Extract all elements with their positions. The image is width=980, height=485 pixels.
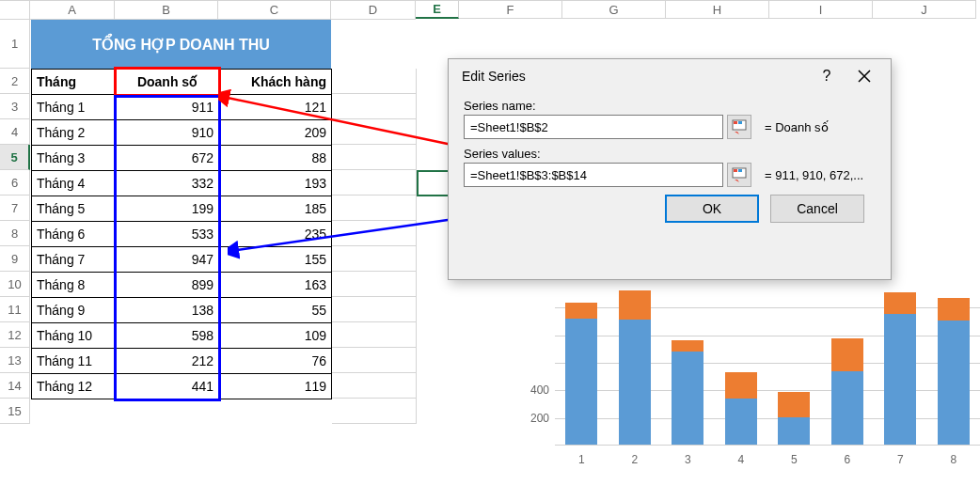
cell-doanhso[interactable]: 947 <box>116 246 219 273</box>
cell-thang[interactable]: Tháng 8 <box>31 272 116 298</box>
series-name-input[interactable] <box>464 115 723 139</box>
cell-khach[interactable]: 88 <box>219 145 332 171</box>
col-header-G[interactable]: G <box>562 0 666 19</box>
cell-khach[interactable]: 235 <box>219 221 332 247</box>
empty-cell[interactable] <box>332 145 417 170</box>
header-thang[interactable]: Tháng <box>31 69 116 95</box>
col-header-E[interactable]: E <box>416 0 459 19</box>
empty-cell[interactable] <box>332 119 417 145</box>
cell-thang[interactable]: Tháng 5 <box>31 196 116 222</box>
select-all-corner[interactable] <box>0 1 30 20</box>
ok-button[interactable]: OK <box>665 195 759 223</box>
cell-doanhso[interactable]: 212 <box>116 348 219 374</box>
empty-cell[interactable] <box>332 348 417 373</box>
col-header-F[interactable]: F <box>459 0 562 19</box>
cell-doanhso[interactable]: 672 <box>116 145 219 171</box>
cancel-button[interactable]: Cancel <box>770 195 864 223</box>
dialog-help-button[interactable]: ? <box>808 62 846 90</box>
row-header-12[interactable]: 12 <box>0 322 30 348</box>
row-header-11[interactable]: 11 <box>0 297 30 322</box>
cell-thang[interactable]: Tháng 3 <box>31 145 116 171</box>
svg-rect-4 <box>738 121 742 124</box>
chart-x-tick: 4 <box>722 453 760 466</box>
dialog-titlebar[interactable]: Edit Series ? <box>449 59 891 93</box>
cell-khach[interactable]: 76 <box>219 348 332 374</box>
cell-thang[interactable]: Tháng 6 <box>31 221 116 247</box>
collapse-dialog-icon[interactable] <box>727 115 751 139</box>
edit-series-dialog: Edit Series ? Series name: = Doanh số Se… <box>448 58 892 280</box>
cell-doanhso[interactable]: 598 <box>116 322 219 349</box>
cell-khach[interactable]: 193 <box>219 170 332 196</box>
row-header-7[interactable]: 7 <box>0 196 30 221</box>
row-header-1[interactable]: 1 <box>0 20 30 69</box>
collapse-dialog-icon[interactable] <box>727 163 751 187</box>
row-header-8[interactable]: 8 <box>0 221 30 246</box>
cell-thang[interactable]: Tháng 4 <box>31 170 116 196</box>
cell-doanhso[interactable]: 138 <box>116 297 219 323</box>
series-name-preview: = Doanh số <box>765 120 829 134</box>
row-header-15[interactable]: 15 <box>0 399 30 424</box>
cell-thang[interactable]: Tháng 10 <box>31 322 116 349</box>
col-header-J[interactable]: J <box>873 0 976 19</box>
empty-cell[interactable] <box>332 297 417 322</box>
empty-cell[interactable] <box>332 69 417 94</box>
empty-cell[interactable] <box>332 399 417 424</box>
empty-cell[interactable] <box>332 196 417 221</box>
series-values-input[interactable] <box>464 163 723 187</box>
series-name-label: Series name: <box>464 99 876 113</box>
cell-khach[interactable]: 209 <box>219 119 332 146</box>
cell-thang[interactable]: Tháng 2 <box>31 119 116 146</box>
col-header-B[interactable]: B <box>115 1 218 20</box>
cell-thang[interactable]: Tháng 12 <box>31 373 116 399</box>
empty-cell[interactable] <box>332 272 417 297</box>
cell-doanhso[interactable]: 441 <box>116 373 219 399</box>
row-header-13[interactable]: 13 <box>0 348 30 373</box>
header-doanhso[interactable]: Doanh số <box>116 69 219 95</box>
cell-thang[interactable]: Tháng 11 <box>31 348 116 374</box>
cell-doanhso[interactable]: 533 <box>116 221 219 247</box>
cell-doanhso[interactable]: 899 <box>116 272 219 298</box>
row-header-2[interactable]: 2 <box>0 69 30 94</box>
col-header-A[interactable]: A <box>30 1 115 20</box>
cell-khach[interactable]: 163 <box>219 272 332 298</box>
row-header-10[interactable]: 10 <box>0 272 30 297</box>
cell-khach[interactable]: 109 <box>219 322 332 349</box>
row-header-6[interactable]: 6 <box>0 170 30 196</box>
empty-cell[interactable] <box>332 94 417 119</box>
dialog-close-button[interactable] <box>846 62 883 90</box>
cell-doanhso[interactable]: 332 <box>116 170 219 196</box>
cell-khach[interactable]: 185 <box>219 196 332 222</box>
row-header-4[interactable]: 4 <box>0 119 30 145</box>
cell-khach[interactable]: 119 <box>219 373 332 399</box>
cell-khach[interactable]: 55 <box>219 297 332 323</box>
empty-cell[interactable] <box>332 170 417 196</box>
empty-cell[interactable] <box>332 322 417 348</box>
col-header-I[interactable]: I <box>769 0 873 19</box>
col-header-H[interactable]: H <box>666 0 769 19</box>
cell-thang[interactable]: Tháng 1 <box>31 94 116 120</box>
chart[interactable]: 20040012345678 <box>508 280 980 477</box>
cell-khach[interactable]: 155 <box>219 246 332 273</box>
chart-x-tick: 1 <box>562 453 600 466</box>
svg-rect-3 <box>734 121 737 124</box>
cell-doanhso[interactable]: 911 <box>116 94 219 120</box>
row-header-5[interactable]: 5 <box>0 145 30 170</box>
empty-cell[interactable] <box>332 373 417 399</box>
table-title[interactable]: TỔNG HỢP DOANH THU <box>31 20 331 69</box>
empty-cell[interactable] <box>332 221 417 246</box>
chart-y-tick: 400 <box>517 383 549 397</box>
chart-x-tick: 5 <box>775 453 813 466</box>
header-khachhang[interactable]: Khách hàng <box>219 69 332 95</box>
cell-doanhso[interactable]: 199 <box>116 196 219 222</box>
cell-thang[interactable]: Tháng 7 <box>31 246 116 273</box>
chart-x-tick: 3 <box>669 453 706 466</box>
empty-cell[interactable] <box>332 246 417 272</box>
row-header-9[interactable]: 9 <box>0 246 30 272</box>
col-header-D[interactable]: D <box>331 1 416 20</box>
cell-thang[interactable]: Tháng 9 <box>31 297 116 323</box>
row-header-14[interactable]: 14 <box>0 373 30 399</box>
col-header-C[interactable]: C <box>218 1 331 20</box>
cell-doanhso[interactable]: 910 <box>116 119 219 146</box>
cell-khach[interactable]: 121 <box>219 94 332 120</box>
row-header-3[interactable]: 3 <box>0 94 30 119</box>
